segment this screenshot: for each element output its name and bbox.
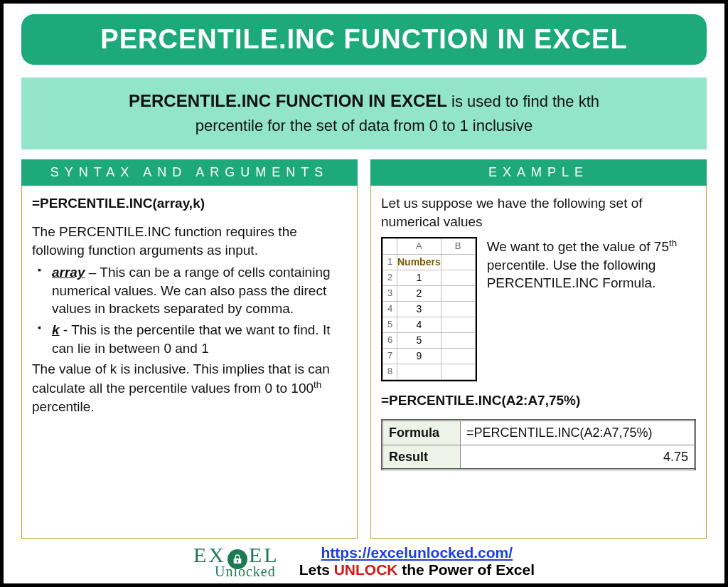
cell: 4 [397,317,441,332]
tagline-pre: Lets [299,561,334,578]
cell [441,254,475,270]
result-label: Result [382,445,461,469]
cell [441,332,475,348]
row-header: 6 [383,332,397,348]
summary-lead: PERCENTILE.INC FUNCTION IN EXCEL [129,91,447,110]
sheet-corner [383,238,397,254]
syntax-formula: =PERCENTILE.INC(array,k) [32,194,347,213]
row-header: 1 [383,254,397,270]
arg-desc: This is the percentile that we want to f… [52,322,330,356]
example-desc-sup: th [669,238,677,248]
result-value: 4.75 [461,445,695,469]
cell [397,364,441,379]
example-desc: We want to get the value of 75th percent… [487,237,696,292]
example-column: EXAMPLE Let us suppose we have the follo… [370,159,707,539]
result-formula-value: =PERCENTILE.INC(A2:A7,75%) [461,421,695,445]
cell [441,270,475,285]
logo-bottom: Unlocked [215,565,276,578]
syntax-note: The value of k is inclusive. This implie… [32,360,347,416]
syntax-header: SYNTAX AND ARGUMENTS [21,159,358,186]
logo-top-post: EL [249,543,279,566]
cell: 9 [397,348,441,364]
syntax-arg: array – This can be a range of cells con… [36,263,347,318]
cell [441,364,475,379]
cell: 2 [397,285,441,301]
document-frame: PERCENTILE.INC FUNCTION IN EXCEL PERCENT… [0,0,728,587]
summary-rest2: percentile for the set of data from 0 to… [196,117,532,134]
col-header: B [441,238,475,254]
note-pre: The value of k is inclusive. This implie… [32,361,330,396]
tagline-post: the Power of Excel [397,561,535,578]
footer: EXEL Unlocked https://excelunlocked.com/… [21,539,707,580]
mini-sheet-table: A B 1 Numbers 21 32 43 54 [382,238,476,380]
note-post: percentile. [32,399,95,414]
footer-text: https://excelunlocked.com/ Lets UNLOCK t… [299,544,535,578]
example-desc-pre: We want to get the value of 75 [487,239,669,254]
syntax-column: SYNTAX AND ARGUMENTS =PERCENTILE.INC(arr… [21,159,358,539]
page-title: PERCENTILE.INC FUNCTION IN EXCEL [21,14,707,65]
col-header: A [397,238,441,254]
cell [441,348,475,364]
syntax-intro: The PERCENTILE.INC function requires the… [32,223,347,259]
example-body: Let us suppose we have the following set… [370,186,707,539]
cell [441,285,475,301]
example-desc-post: percentile. Use the following PERCENTILE… [487,258,656,291]
data-header-cell: Numbers [397,254,441,270]
note-sup: th [314,379,321,390]
syntax-body: =PERCENTILE.INC(array,k) The PERCENTILE.… [21,186,358,539]
example-intro: Let us suppose we have the following set… [381,194,696,231]
example-row: A B 1 Numbers 21 32 43 54 [381,237,696,381]
logo: EXEL Unlocked [193,545,279,578]
syntax-arg: k - This is the percentile that we want … [36,321,347,357]
row-header: 3 [383,285,397,301]
example-formula: =PERCENTILE.INC(A2:A7,75%) [381,391,696,410]
cell: 1 [397,270,441,285]
footer-link[interactable]: https://excelunlocked.com/ [321,544,513,561]
row-header: 8 [383,364,397,379]
cell: 5 [397,332,441,348]
row-header: 2 [383,270,397,285]
cell [441,317,475,332]
summary-band: PERCENTILE.INC FUNCTION IN EXCEL is used… [21,78,707,149]
tagline-unlock: UNLOCK [334,561,398,578]
row-header: 7 [383,348,397,364]
result-formula-label: Formula [382,421,461,445]
cell [441,301,475,317]
row-header: 4 [383,301,397,317]
logo-top-pre: EX [193,543,226,566]
syntax-args-list: array – This can be a range of cells con… [32,263,347,357]
example-header: EXAMPLE [370,159,707,186]
row-header: 5 [383,317,397,332]
arg-name: k [52,322,60,337]
arg-sep: – [85,265,100,280]
mini-spreadsheet: A B 1 Numbers 21 32 43 54 [381,237,477,381]
summary-rest1: is used to find the kth [447,92,599,110]
result-table: Formula =PERCENTILE.INC(A2:A7,75%) Resul… [381,419,696,470]
columns: SYNTAX AND ARGUMENTS =PERCENTILE.INC(arr… [21,159,707,539]
padlock-icon [228,549,247,569]
arg-sep: - [60,322,72,337]
arg-name: array [52,265,85,280]
cell: 3 [397,301,441,317]
